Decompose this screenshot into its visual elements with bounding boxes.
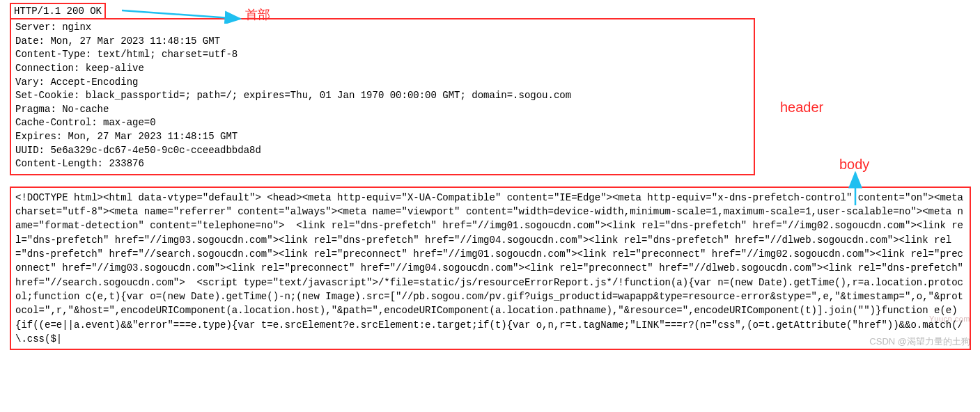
annotation-header: header (780, 97, 823, 118)
http-body-block: <!DOCTYPE html><html data-vtype="default… (10, 187, 971, 350)
http-headers-block: Server: nginx Date: Mon, 27 Mar 2023 11:… (10, 18, 755, 175)
annotation-shoubu: 首部 (245, 6, 270, 24)
svg-line-0 (122, 10, 240, 19)
annotation-body: body (839, 154, 869, 175)
http-status-line: HTTP/1.1 200 OK (10, 3, 106, 19)
